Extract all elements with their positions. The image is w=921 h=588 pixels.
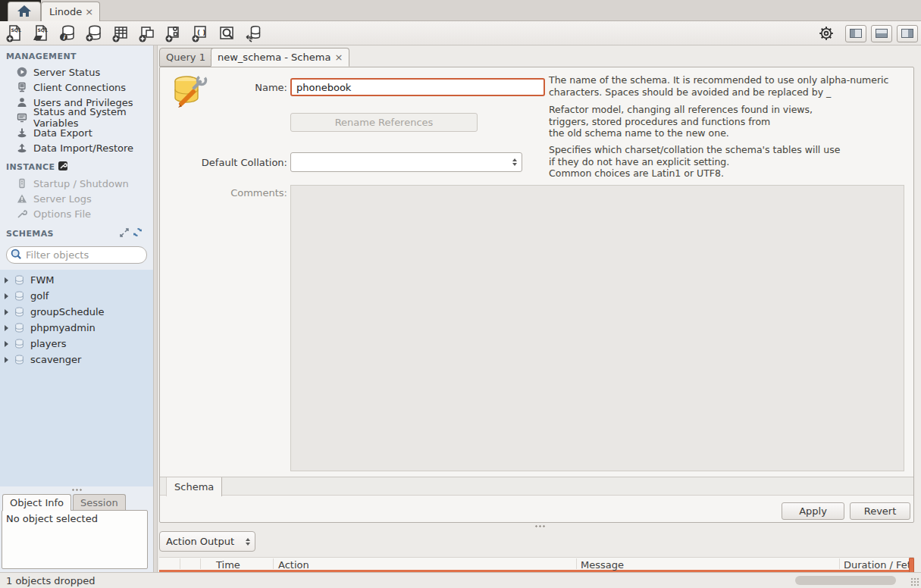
data-import-icon [17, 142, 27, 153]
toggle-right-sidebar-button[interactable] [897, 25, 918, 42]
search-table-data-icon[interactable] [217, 23, 237, 43]
status-bar: 1 objects dropped [0, 572, 921, 588]
sidebar-item-data-export[interactable]: Data Export [0, 125, 153, 140]
schema-row-phpmyadmin[interactable]: phpmyadmin [0, 320, 153, 336]
object-info-text: No object selected [6, 513, 98, 524]
server-box-icon [17, 178, 27, 189]
schema-filter-box [6, 246, 147, 264]
expander-triangle-icon[interactable] [5, 325, 8, 331]
schema-row-scavenger[interactable]: scavenger [0, 352, 153, 368]
apply-button[interactable]: Apply [782, 502, 844, 520]
resize-grip-icon[interactable] [910, 577, 919, 586]
name-label: Name: [190, 82, 287, 93]
col-action[interactable]: Action [278, 559, 309, 571]
sidebar-item-status-system-variables[interactable]: Status and System Variables [0, 110, 153, 125]
expand-schemas-icon[interactable] [120, 228, 129, 239]
comments-label: Comments: [190, 187, 287, 199]
object-info-panel: No object selected [2, 510, 148, 569]
schema-row-fwm[interactable]: FWM [0, 272, 153, 288]
toggle-bottom-panel-button[interactable] [871, 25, 892, 42]
user-icon [17, 97, 27, 108]
combo-spinner-icon[interactable] [241, 538, 255, 546]
create-schema-icon[interactable] [84, 23, 104, 43]
sidebar-item-data-import-restore[interactable]: Data Import/Restore [0, 140, 153, 155]
expander-triangle-icon[interactable] [5, 357, 8, 363]
action-output-section: Action Output Time Action Message Durati… [158, 529, 921, 572]
schema-name-input[interactable] [290, 78, 545, 96]
horizontal-scrollbar[interactable] [795, 576, 896, 585]
tab-object-info[interactable]: Object Info [2, 494, 71, 511]
create-procedure-icon[interactable] [164, 23, 183, 43]
expander-triangle-icon[interactable] [5, 277, 8, 283]
main-toolbar: SQL SQL i [0, 21, 921, 45]
default-collation-select[interactable] [290, 152, 522, 172]
schema-row-golf[interactable]: golf [0, 288, 153, 304]
schema-db-icon [14, 291, 24, 301]
toggle-left-sidebar-button[interactable] [845, 25, 866, 42]
open-sql-script-icon[interactable]: SQL [31, 23, 51, 43]
sidebar-item-startup-shutdown[interactable]: Startup / Shutdown [0, 176, 153, 191]
name-help-text: The name of the schema. It is recommende… [549, 74, 909, 98]
tab-session[interactable]: Session [73, 494, 126, 511]
output-splitter[interactable] [158, 523, 921, 529]
sidebar-item-server-status[interactable]: Server Status [0, 64, 153, 80]
create-function-icon[interactable]: ( ) [190, 23, 210, 43]
svg-text:( ): ( ) [197, 28, 205, 36]
management-section-header: MANAGEMENT [0, 45, 153, 64]
close-icon[interactable]: × [334, 52, 343, 62]
new-query-tab-icon[interactable]: SQL [5, 23, 24, 43]
sidebar-item-options-file[interactable]: Options File [0, 206, 153, 221]
collation-label: Default Collation: [190, 157, 287, 168]
expander-triangle-icon[interactable] [5, 309, 8, 315]
schema-db-icon [14, 323, 24, 333]
right-sidebar-icon [901, 29, 913, 38]
status-text: 1 objects dropped [6, 575, 95, 586]
col-message[interactable]: Message [581, 559, 624, 571]
tab-schema-bottom[interactable]: Schema [166, 477, 222, 496]
sidebar-item-client-connections[interactable]: Client Connections [0, 80, 153, 95]
svg-text:SQL: SQL [38, 27, 48, 33]
col-duration-fetch[interactable]: Duration / Fetch [844, 559, 913, 571]
schema-editor-panel: Name: The name of the schema. It is reco… [159, 67, 914, 523]
create-view-icon[interactable] [137, 23, 157, 43]
create-table-icon[interactable] [111, 23, 130, 43]
reconnect-dbms-icon[interactable] [243, 23, 263, 43]
col-time[interactable]: Time [216, 559, 240, 571]
refresh-schemas-icon[interactable] [133, 227, 143, 239]
schema-row-players[interactable]: players [0, 336, 153, 352]
wrench-icon [17, 208, 27, 219]
refactor-help-text: Refactor model, changing all references … [549, 104, 909, 139]
revert-button[interactable]: Revert [850, 502, 910, 520]
schema-db-icon [14, 275, 24, 285]
bottom-panel-icon [876, 29, 888, 38]
expander-triangle-icon[interactable] [5, 341, 8, 347]
navigator-sidebar: MANAGEMENT Server Status Client Connecti… [0, 45, 153, 572]
schema-row-groupschedule[interactable]: groupSchedule [0, 304, 153, 320]
schema-db-icon [14, 339, 24, 349]
schema-filter-input[interactable] [26, 249, 155, 261]
schema-db-icon [14, 355, 24, 364]
comments-textarea[interactable] [290, 185, 904, 471]
info-tabbar: Object Info Session [0, 493, 153, 511]
combo-spinner-icon[interactable] [508, 158, 522, 166]
left-sidebar-icon [850, 29, 862, 38]
settings-gear-icon[interactable] [818, 25, 835, 42]
server-status-icon [17, 67, 27, 77]
home-icon [17, 5, 31, 19]
schema-inspector-icon[interactable]: i [58, 23, 77, 43]
sidebar-item-server-logs[interactable]: Server Logs [0, 191, 153, 206]
tab-new-schema[interactable]: new_schema - Schema × [211, 48, 349, 67]
output-selector-dropdown[interactable]: Action Output [159, 531, 255, 552]
expander-triangle-icon[interactable] [5, 293, 8, 299]
editor-bottom-tabbar: Schema [160, 477, 913, 496]
schema-edit-icon [171, 75, 207, 112]
svg-text:SQL: SQL [11, 27, 21, 33]
home-tab[interactable] [8, 2, 41, 21]
status-variables-icon [17, 112, 27, 123]
connection-tab-linode[interactable]: Linode × [41, 2, 100, 21]
rename-references-button[interactable]: Rename References [290, 113, 478, 132]
warning-triangle-icon [17, 193, 27, 204]
close-icon[interactable]: × [85, 7, 93, 17]
main-content: Query 1 × new_schema - Schema × [158, 45, 921, 572]
sidebar-splitter[interactable] [0, 486, 153, 493]
